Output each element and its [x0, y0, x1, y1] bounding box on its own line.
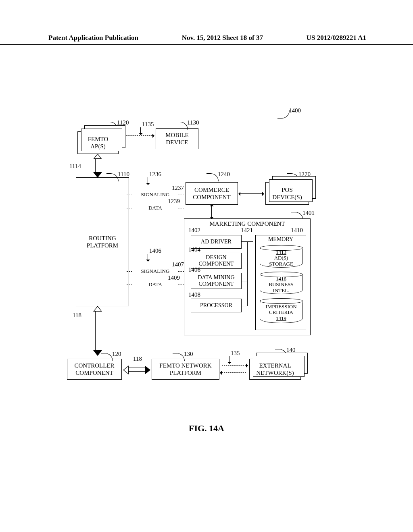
arrow-118 [95, 309, 99, 353]
ref-1410: 1410 [291, 227, 303, 234]
ref-1407: 1407 [156, 261, 200, 268]
label-data-2: DATA [133, 281, 177, 288]
box-femto-network-platform: FEMTO NETWORK PLATFORM [152, 359, 219, 380]
label-femto-ap: FEMTO AP(S) [88, 135, 108, 150]
ref-1135: 1135 [142, 121, 154, 128]
sig-block-1236: 1237 SIGNALING 1239 DATA [133, 185, 177, 211]
leader-135 [229, 356, 229, 362]
ref-118b: 118 [133, 355, 142, 362]
label-mobile-device: MOBILE DEVICE [165, 131, 189, 146]
bus-h4 [242, 306, 247, 306]
leader-1240 [206, 173, 219, 181]
ref-1416: 1416 [276, 276, 286, 282]
ref-130: 130 [184, 351, 193, 357]
box-data-mining: DATA MINING COMPONENT [191, 273, 242, 289]
label-business-intel: BUSINESS INTEL. [269, 281, 293, 293]
leader-120 [101, 353, 113, 361]
box-mobile-device: MOBILE DEVICE [156, 128, 198, 149]
label-pos-devices: POS DEVICE(S) [272, 186, 302, 201]
ref-1419: 1419 [276, 315, 286, 321]
bus-h3 [242, 281, 247, 281]
arrow-commerce-pos [240, 193, 262, 194]
ref-118a: 118 [73, 312, 81, 319]
leader-1406 [148, 254, 148, 260]
arrow-femto-to-mobile [124, 135, 152, 136]
bus-to-mem [247, 241, 253, 242]
arrow-mobile-to-femto [124, 142, 152, 142]
diagram-canvas: 1400 FEMTO AP(S) 1120 MOBILE DEVICE 1130… [0, 0, 413, 532]
figure-caption: FIG. 14A [0, 423, 413, 434]
box-routing-platform: ROUTING PLATFORM [76, 177, 129, 306]
box-memory: MEMORY 1413 AD(S) STORAGE 1416 BUSINESS … [255, 235, 306, 330]
arrow-commerce-marketing [211, 206, 212, 217]
arrow-fnp-to-ext [222, 365, 246, 366]
leader-130 [173, 353, 185, 361]
label-memory: MEMORY [256, 236, 306, 243]
arrow-ext-to-fnp [222, 372, 246, 373]
label-data-1: DATA [133, 205, 177, 211]
bus-vertical [247, 241, 248, 306]
label-routing-platform: ROUTING PLATFORM [87, 235, 118, 249]
ref-135: 135 [231, 350, 240, 357]
box-controller-component: CONTROLLER COMPONENT [67, 359, 122, 380]
box-external-networks: EXTERNAL NETWORK(S) [249, 359, 301, 380]
leader-1236 [148, 177, 148, 183]
ref-1406a: 1406 [149, 247, 161, 254]
ref-1110: 1110 [118, 171, 129, 178]
leader-1110 [106, 173, 119, 181]
ref-1400: 1400 [289, 107, 301, 114]
ref-1421: 1421 [241, 227, 253, 234]
cyl-impression-criteria: IMPRESSION CRITERIA 1419 [260, 298, 302, 323]
label-marketing-component: MARKETING COMPONENT [184, 220, 310, 227]
ref-1402: 1402 [188, 227, 200, 234]
box-processor: PROCESSOR [191, 299, 242, 312]
sig-block-1406: 1407 SIGNALING 1409 DATA [133, 261, 177, 288]
label-impression-criteria: IMPRESSION CRITERIA [265, 303, 296, 315]
box-commerce-component: COMMERCE COMPONENT [186, 182, 238, 205]
ref-1401: 1401 [302, 210, 315, 216]
arrow-118h [126, 368, 148, 372]
label-ads-storage: AD(S) STORAGE [269, 255, 293, 266]
arrow-1114 [95, 156, 99, 175]
ref-120: 120 [112, 351, 121, 357]
ref-1130: 1130 [187, 119, 199, 126]
cyl-ads-storage: 1413 AD(S) STORAGE [260, 245, 302, 268]
label-data-mining: DATA MINING COMPONENT [198, 274, 234, 287]
label-commerce-component: COMMERCE COMPONENT [193, 186, 230, 201]
ref-1409: 1409 [152, 274, 196, 281]
ref-1408: 1408 [188, 291, 200, 298]
label-design-component: DESIGN COMPONENT [198, 254, 234, 267]
patent-page: Patent Application Publication Nov. 15, … [0, 0, 413, 532]
bus-h1 [242, 241, 247, 242]
box-femto-ap: FEMTO AP(S) [77, 131, 119, 154]
box-pos-devices: POS DEVICE(S) [265, 182, 309, 205]
label-signaling-1: SIGNALING [133, 191, 177, 198]
leader-1400 [277, 110, 290, 118]
ref-1413: 1413 [276, 249, 286, 255]
label-processor: PROCESSOR [200, 302, 232, 309]
label-signaling-2: SIGNALING [133, 268, 177, 274]
leader-1135 [140, 127, 141, 133]
label-external-networks: EXTERNAL NETWORK(S) [256, 362, 294, 376]
label-controller-component: CONTROLLER COMPONENT [74, 362, 114, 376]
ref-1404: 1404 [188, 246, 200, 253]
label-femto-network-platform: FEMTO NETWORK PLATFORM [159, 362, 211, 376]
ref-1236: 1236 [149, 171, 161, 178]
bus-h2 [242, 261, 247, 261]
ref-1240: 1240 [218, 171, 230, 178]
ref-1114: 1114 [69, 163, 81, 170]
cyl-business-intel: 1416 BUSINESS INTEL. [260, 272, 302, 294]
leader-1130 [176, 122, 188, 130]
label-ad-driver: AD DRIVER [201, 239, 232, 245]
box-marketing-component: MARKETING COMPONENT AD DRIVER 1402 DESIG… [184, 218, 311, 335]
